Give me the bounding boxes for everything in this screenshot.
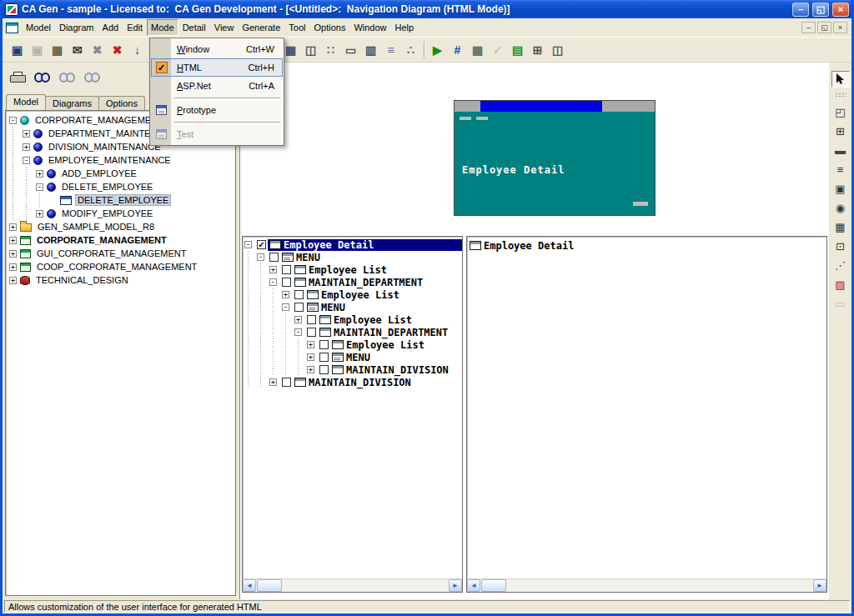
delete-icon[interactable]: ✖	[108, 40, 127, 59]
preview-window[interactable]: Employee Detail	[454, 100, 656, 216]
menu-diagram[interactable]: Diagram	[55, 19, 98, 36]
scroll-left-button[interactable]: ◄	[243, 579, 256, 592]
checkbox[interactable]: ✓	[257, 240, 266, 249]
download-icon[interactable]: ↓	[128, 40, 147, 59]
checkbox-tool[interactable]: ▣	[831, 180, 850, 197]
expand-expander[interactable]: +	[269, 378, 277, 386]
scroll-left-button[interactable]: ◄	[467, 579, 480, 592]
scroll-thumb[interactable]	[257, 579, 282, 592]
tab-model[interactable]: Model	[6, 94, 46, 110]
tab-options[interactable]: Options	[98, 96, 145, 110]
collapse-expander[interactable]: -	[294, 328, 302, 336]
tree-item[interactable]: +GUI_CORPORATE_MANAGEMENT	[8, 247, 235, 260]
tree-item[interactable]: +GEN_SAMPLE_MODEL_R8	[8, 220, 235, 233]
collapse-expander[interactable]: -	[36, 183, 43, 191]
checkbox[interactable]	[269, 253, 279, 262]
nav-tree-item[interactable]: +MAINTAIN_DIVISION	[244, 376, 462, 388]
menu-window[interactable]: Window	[349, 19, 390, 36]
diagram-canvas[interactable]: Employee Detail -✓Employee Detail-MENU+E…	[239, 63, 828, 599]
tree-item[interactable]: +TECHNICAL_DESIGN	[8, 273, 235, 287]
table-tool[interactable]: ▦	[831, 218, 850, 235]
expand-expander[interactable]: +	[307, 366, 314, 373]
mdi-minimize-button[interactable]: –	[801, 22, 816, 33]
scroll-right-button[interactable]: ►	[449, 579, 462, 592]
mail-icon[interactable]: ✉	[68, 40, 87, 59]
split-columns-icon[interactable]: ◫	[301, 40, 320, 59]
checkbox[interactable]	[319, 340, 329, 349]
print-icon[interactable]	[7, 68, 27, 86]
collapse-expander[interactable]: -	[23, 157, 30, 164]
listbox-tool[interactable]: ≡	[831, 161, 850, 178]
nav-tree-item[interactable]: +Employee List	[244, 288, 462, 301]
menu-model[interactable]: Model	[22, 19, 55, 36]
collapse-expander[interactable]: -	[282, 303, 289, 311]
collapse-expander[interactable]: -	[269, 278, 277, 286]
menu-generate[interactable]: Generate	[238, 19, 284, 36]
close-button[interactable]: ×	[832, 3, 849, 17]
checkbox[interactable]	[294, 303, 304, 312]
expand-expander[interactable]: +	[23, 143, 30, 151]
frame-icon[interactable]: ▭	[341, 40, 360, 59]
checkbox[interactable]	[307, 315, 316, 324]
nav-tree-item[interactable]: -MAINTAIN_DEPARTMENT	[244, 326, 462, 338]
expand-expander[interactable]: +	[282, 291, 289, 298]
checkbox[interactable]	[319, 353, 329, 362]
checkbox[interactable]	[307, 328, 316, 337]
restore-button[interactable]: ◱	[812, 3, 829, 17]
menu-item-prototype[interactable]: Prototype	[151, 101, 283, 119]
expand-expander[interactable]: +	[9, 263, 17, 271]
expand-expander[interactable]: +	[36, 210, 43, 218]
nav-tree-item[interactable]: +MAINTAIN_DIVISION	[244, 363, 462, 376]
menu-add[interactable]: Add	[98, 19, 123, 36]
menu-options[interactable]: Options	[309, 19, 349, 36]
menu-tool[interactable]: Tool	[284, 19, 309, 36]
nav-tree-item[interactable]: +Employee List	[244, 338, 462, 351]
tree-item[interactable]: +CORPORATE_MANAGEMENT	[8, 233, 235, 247]
menu-edit[interactable]: Edit	[123, 19, 147, 36]
collapse-expander[interactable]: -	[257, 253, 264, 261]
tree-item[interactable]: -EMPLOYEE_MAINTENANCE	[8, 153, 235, 167]
scroll-thumb[interactable]	[481, 579, 506, 592]
save-icon[interactable]: ▣	[8, 40, 27, 59]
detail-item[interactable]: Employee Detail	[470, 239, 826, 252]
mdi-restore-button[interactable]: ◱	[817, 22, 831, 33]
menu-item-window[interactable]: WindowCtrl+W	[151, 40, 283, 58]
grid-icon[interactable]: ▦	[468, 40, 487, 59]
checkbox[interactable]	[282, 265, 291, 274]
menu-item-asp-net[interactable]: ASP.NetCtrl+A	[151, 77, 283, 95]
menu-detail[interactable]: Detail	[178, 19, 210, 36]
radio-button-tool[interactable]: ◉	[831, 199, 850, 216]
menu-view[interactable]: View	[210, 19, 239, 36]
notebook-icon[interactable]: ▤	[508, 40, 527, 59]
line-tool[interactable]: ⋰	[831, 257, 850, 273]
expand-expander[interactable]: +	[9, 237, 17, 244]
menu-mode[interactable]: Mode	[147, 19, 178, 36]
report-icon[interactable]: ▦	[48, 40, 67, 59]
nav-tree-item[interactable]: +MENU	[244, 351, 462, 363]
cut-icon[interactable]: ✖	[88, 40, 107, 59]
tree-item[interactable]: +ADD_EMPLOYEE	[8, 167, 235, 180]
spacing-icon[interactable]: ∷	[321, 40, 340, 59]
scroll-track[interactable]	[282, 579, 449, 592]
nav-tree-item[interactable]: +Employee List	[244, 313, 462, 326]
checkbox[interactable]	[294, 290, 304, 299]
align-icon[interactable]: ≡	[381, 40, 400, 59]
scroll-right-button[interactable]: ►	[813, 579, 826, 592]
button-tool[interactable]: ▬	[831, 142, 850, 158]
columns-icon[interactable]: ▥	[361, 40, 380, 59]
expand-expander[interactable]: +	[23, 130, 30, 138]
color-tool[interactable]: ▨	[831, 276, 850, 293]
scroll-track[interactable]	[506, 579, 813, 592]
expand-expander[interactable]: +	[9, 223, 17, 231]
expand-expander[interactable]: +	[9, 250, 17, 258]
expand-expander[interactable]: +	[269, 266, 277, 273]
menu-item-html[interactable]: ✓HTMLCtrl+H	[151, 58, 283, 77]
tab-control-tool[interactable]: ⊡	[831, 238, 850, 254]
collapse-expander[interactable]: -	[9, 117, 17, 124]
checkbox[interactable]	[319, 365, 329, 374]
find-icon[interactable]	[32, 68, 52, 86]
tree-item[interactable]: +MODIFY_EMPLOYEE	[8, 207, 235, 220]
nav-tree-item[interactable]: -✓Employee Detail	[244, 238, 462, 251]
tree-item[interactable]: -DELETE_EMPLOYEE	[8, 180, 235, 193]
expand-expander[interactable]: +	[307, 341, 314, 348]
